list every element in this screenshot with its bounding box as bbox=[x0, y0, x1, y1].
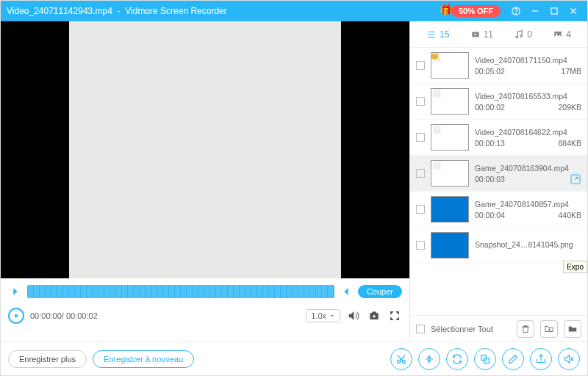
tab-audio[interactable]: 0 bbox=[514, 29, 532, 40]
export-icon[interactable] bbox=[570, 173, 581, 185]
share-tool[interactable] bbox=[530, 348, 552, 370]
svg-point-6 bbox=[520, 35, 522, 37]
file-size: 440KB bbox=[558, 211, 581, 220]
thumbnail: ░░░░░░░░░░░░░░░ bbox=[431, 124, 469, 151]
svg-rect-12 bbox=[481, 355, 487, 360]
record-more-button[interactable]: Enregistrer plus bbox=[8, 350, 87, 368]
file-duration: 00:00:02 bbox=[475, 103, 505, 112]
file-list[interactable]: Expo 👑░░░░░░░░░░░░░░░Video_240708171150.… bbox=[410, 48, 587, 315]
play-button[interactable] bbox=[8, 308, 24, 324]
svg-point-5 bbox=[516, 36, 517, 37]
close-icon[interactable] bbox=[565, 3, 581, 19]
file-name: Game_240708163904.mp4 bbox=[475, 164, 581, 173]
list-item[interactable]: ░░░░░░░░░░░░░░░Game_240708163904.mp400:0… bbox=[410, 156, 587, 192]
file-duration: 00:00:03 bbox=[475, 175, 505, 184]
thumbnail: 👑░░░░░░░░░░░░░░░ bbox=[431, 52, 469, 79]
cut-button[interactable]: Couper bbox=[358, 285, 402, 298]
select-all-row: Sélectionner Tout bbox=[410, 315, 587, 341]
convert-tool[interactable] bbox=[446, 348, 468, 370]
list-item[interactable]: ░░░░░░░░░░░░░░░Video_240708165533.mp400:… bbox=[410, 84, 587, 120]
list-item[interactable]: 👑░░░░░░░░░░░░░░░Video_240708171150.mp400… bbox=[410, 48, 587, 84]
item-checkbox[interactable] bbox=[416, 241, 425, 250]
volume-tool[interactable] bbox=[558, 348, 580, 370]
merge-tool[interactable] bbox=[474, 348, 496, 370]
timecode: 00:00:00/ 00:00:02 bbox=[30, 311, 98, 320]
item-checkbox[interactable] bbox=[416, 205, 425, 214]
item-checkbox[interactable] bbox=[416, 169, 425, 178]
list-item[interactable]: Snapshot_24…8141045.png bbox=[410, 228, 587, 264]
delete-button[interactable] bbox=[517, 320, 534, 338]
svg-rect-2 bbox=[551, 8, 557, 14]
titlebar: Video_240711142943.mp4 - Vidmore Screen … bbox=[1, 1, 587, 21]
file-name: Video_240708171150.mp4 bbox=[475, 56, 581, 65]
list-item[interactable]: ░░░░░░░░░░░░░░░Video_240708164622.mp400:… bbox=[410, 120, 587, 156]
file-name: Snapshot_24…8141045.png bbox=[475, 240, 581, 249]
svg-point-1 bbox=[516, 13, 517, 14]
edit-tool[interactable] bbox=[502, 348, 524, 370]
compress-tool[interactable] bbox=[418, 348, 440, 370]
video-preview[interactable] bbox=[1, 21, 409, 278]
open-folder-button[interactable] bbox=[540, 320, 558, 338]
file-duration: 00:00:04 bbox=[475, 211, 505, 220]
player-controls: 00:00:00/ 00:00:02 1.0x bbox=[1, 305, 409, 330]
thumbnail bbox=[431, 232, 469, 258]
fullscreen-icon[interactable] bbox=[387, 308, 402, 323]
timeline-row: Couper bbox=[1, 278, 409, 305]
thumbnail: ░░░░░░░░░░░░░░░ bbox=[431, 88, 469, 115]
tab-video[interactable]: 11 bbox=[470, 29, 493, 40]
volume-icon[interactable] bbox=[346, 308, 361, 323]
record-again-button[interactable]: Enregistrer à nouveau bbox=[93, 350, 194, 368]
window-title: Video_240711142943.mp4 - Vidmore Screen … bbox=[7, 6, 451, 16]
trim-end-icon[interactable] bbox=[339, 284, 354, 299]
svg-point-3 bbox=[373, 315, 376, 318]
minimize-icon[interactable] bbox=[527, 3, 543, 19]
snapshot-icon[interactable] bbox=[367, 308, 381, 323]
file-name: Video_240708165533.mp4 bbox=[475, 92, 581, 101]
svg-point-8 bbox=[556, 32, 558, 34]
item-checkbox[interactable] bbox=[416, 97, 425, 106]
speed-selector[interactable]: 1.0x bbox=[306, 309, 340, 322]
file-duration: 00:05:02 bbox=[475, 67, 505, 76]
preview-pane: Couper 00:00:00/ 00:00:02 1.0x bbox=[1, 21, 410, 341]
file-size: 884KB bbox=[558, 139, 581, 148]
list-item[interactable]: Game_240708140857.mp400:00:04440KB bbox=[410, 192, 587, 228]
folder-button[interactable] bbox=[564, 320, 581, 338]
select-all-label: Sélectionner Tout bbox=[431, 325, 493, 333]
thumbnail bbox=[431, 196, 469, 223]
tab-all[interactable]: 15 bbox=[426, 29, 449, 40]
help-icon[interactable] bbox=[508, 3, 524, 19]
tab-image[interactable]: 4 bbox=[553, 29, 571, 40]
export-tooltip: Expo bbox=[563, 261, 587, 273]
file-name: Game_240708140857.mp4 bbox=[475, 200, 581, 209]
trim-tool[interactable] bbox=[390, 348, 412, 370]
item-checkbox[interactable] bbox=[416, 61, 425, 70]
svg-rect-13 bbox=[484, 358, 490, 363]
file-duration: 00:00:13 bbox=[475, 139, 505, 148]
item-checkbox[interactable] bbox=[416, 133, 425, 142]
file-name: Video_240708164622.mp4 bbox=[475, 128, 581, 137]
timeline-ruler[interactable] bbox=[27, 285, 334, 298]
maximize-icon[interactable] bbox=[546, 3, 562, 19]
file-size: 209KB bbox=[558, 103, 581, 112]
footer-toolbar: Enregistrer plus Enregistrer à nouveau bbox=[1, 341, 587, 375]
history-pane: 15 11 0 4 Expo 👑░░░░░░░░░░░░░░░Video_240… bbox=[410, 21, 587, 341]
filter-tabs: 15 11 0 4 bbox=[410, 21, 587, 48]
select-all-checkbox[interactable] bbox=[416, 325, 425, 333]
trim-start-icon[interactable] bbox=[8, 284, 23, 299]
file-size: 17MB bbox=[562, 67, 581, 76]
thumbnail: ░░░░░░░░░░░░░░░ bbox=[431, 160, 469, 187]
promo-badge[interactable]: 50% OFF bbox=[451, 5, 501, 17]
